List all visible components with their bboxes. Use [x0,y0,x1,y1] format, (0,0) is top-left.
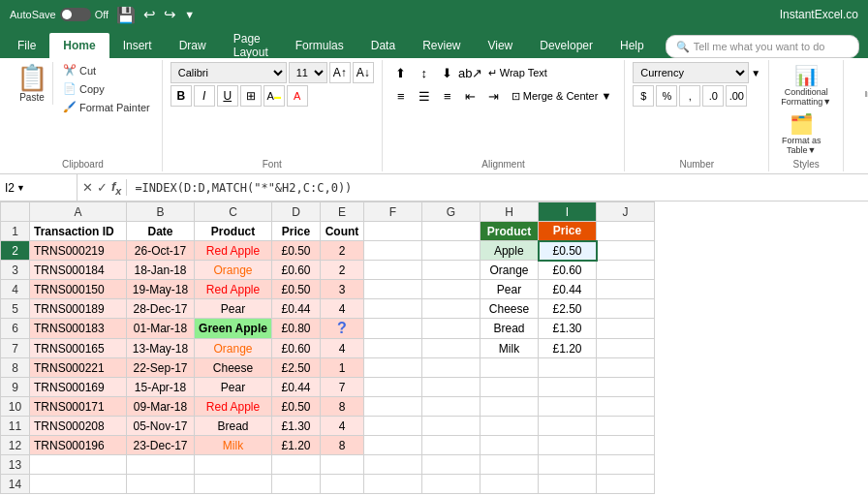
cell[interactable]: Bread [195,417,272,436]
align-bottom-button[interactable]: ⬇ [437,62,458,83]
cell[interactable]: £0.44 [272,378,321,397]
cell[interactable] [364,339,422,358]
col-header-row-num[interactable] [1,202,30,222]
cell[interactable]: Red Apple [195,397,272,417]
cell[interactable] [364,397,422,417]
undo-icon[interactable]: ↩ [143,6,156,23]
format-painter-button[interactable]: 🖌️ Format Painter [59,99,154,115]
cell[interactable] [364,417,422,436]
font-size-select[interactable]: 11 [289,62,327,83]
cell[interactable]: £0.50 [539,241,597,261]
cell[interactable] [597,417,655,436]
cell[interactable] [422,378,480,397]
cell[interactable] [422,417,480,436]
bold-button[interactable]: B [170,85,192,107]
cell[interactable] [364,319,422,339]
cell[interactable]: Product [480,222,539,241]
col-header-C[interactable]: C [195,202,272,222]
cell[interactable] [364,475,422,494]
row-header-12[interactable]: 12 [1,436,30,455]
cell[interactable] [422,241,480,261]
cell[interactable] [539,475,597,494]
cell[interactable]: 19-May-18 [127,280,195,299]
cell[interactable]: £0.50 [272,280,321,299]
cell[interactable] [422,261,480,280]
cell[interactable]: Pear [195,378,272,397]
cell[interactable]: Cheese [480,299,539,319]
cell[interactable]: Cheese [195,358,272,378]
italic-button[interactable]: I [194,85,215,107]
tab-data[interactable]: Data [357,33,409,58]
cell[interactable] [539,417,597,436]
cell[interactable] [422,455,480,475]
cancel-formula-icon[interactable]: ✕ [82,180,93,195]
cell[interactable]: £0.44 [272,299,321,319]
tab-page-layout[interactable]: Page Layout [220,33,282,58]
cell[interactable]: 26-Oct-17 [127,241,195,261]
col-header-B[interactable]: B [127,202,195,222]
cell[interactable] [480,475,539,494]
cell[interactable] [597,475,655,494]
cell[interactable]: £1.30 [539,319,597,339]
cell[interactable]: £1.20 [272,436,321,455]
cell[interactable]: Product [195,222,272,241]
cell[interactable] [422,475,480,494]
number-format-select[interactable]: Currency General Number Percentage [633,62,749,83]
tab-insert[interactable]: Insert [109,33,166,58]
cell[interactable] [364,241,422,261]
cell[interactable]: Apple [480,241,539,261]
row-header-5[interactable]: 5 [1,299,30,319]
cell[interactable]: TRNS000165 [30,339,127,358]
quick-access-more[interactable]: ▼ [184,9,195,20]
cell[interactable]: TRNS000189 [30,299,127,319]
row-header-9[interactable]: 9 [1,378,30,397]
cell[interactable]: 4 [321,417,364,436]
cell[interactable]: Pear [480,280,539,299]
autosave-toggle[interactable]: AutoSave Off [10,8,108,21]
cell[interactable]: Green Apple [195,319,272,339]
col-header-J[interactable]: J [597,202,655,222]
col-header-F[interactable]: F [364,202,422,222]
cell[interactable] [364,455,422,475]
cell[interactable]: Orange [480,261,539,280]
cell[interactable] [364,378,422,397]
tab-review[interactable]: Review [409,33,474,58]
cell[interactable] [539,378,597,397]
cell[interactable]: 2 [321,241,364,261]
cell-ref-dropdown[interactable]: ▼ [16,183,25,193]
cell[interactable] [597,339,655,358]
cell[interactable]: Price [539,222,597,241]
cell[interactable] [597,241,655,261]
cell-ref-box[interactable]: I2 ▼ [0,174,78,201]
increase-decimal-button[interactable]: .00 [726,85,747,107]
cell[interactable] [597,436,655,455]
cell[interactable] [364,436,422,455]
decrease-indent-button[interactable]: ⇤ [460,85,481,107]
cell[interactable] [480,436,539,455]
cell[interactable] [321,455,364,475]
cell[interactable] [480,358,539,378]
font-grow-button[interactable]: A↑ [329,62,351,83]
cell[interactable]: Milk [480,339,539,358]
cell[interactable] [127,455,195,475]
row-header-8[interactable]: 8 [1,358,30,378]
increase-indent-button[interactable]: ⇥ [483,85,505,107]
cell[interactable]: Date [127,222,195,241]
cell[interactable] [30,475,127,494]
cell[interactable] [422,339,480,358]
cell[interactable] [539,436,597,455]
cell[interactable] [480,397,539,417]
cell[interactable]: TRNS000196 [30,436,127,455]
col-header-H[interactable]: H [480,202,539,222]
cell[interactable] [127,475,195,494]
number-format-dropdown[interactable]: ▼ [751,68,760,78]
cell[interactable] [597,358,655,378]
accounting-button[interactable]: $ [633,85,654,107]
font-color-button[interactable]: A [287,85,308,107]
align-middle-button[interactable]: ↕ [414,62,435,83]
cell[interactable]: 4 [321,299,364,319]
tab-view[interactable]: View [474,33,526,58]
row-header-3[interactable]: 3 [1,261,30,280]
cell[interactable]: £0.50 [272,397,321,417]
cell[interactable] [597,397,655,417]
